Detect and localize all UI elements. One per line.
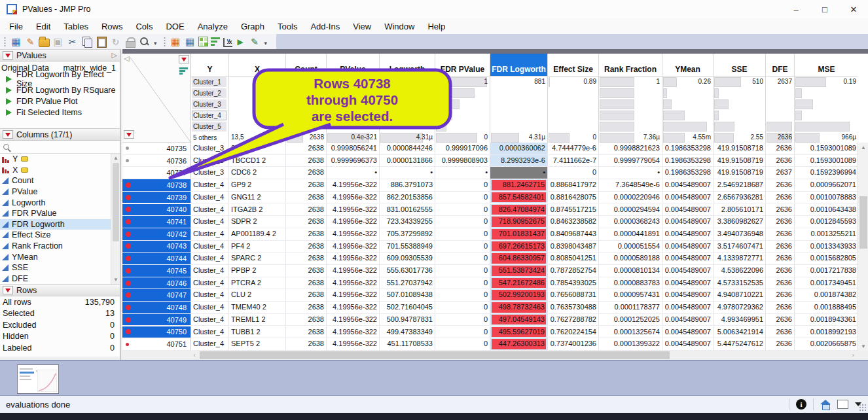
col-histogram-sse[interactable]: 5102.55: [714, 76, 766, 143]
table-row[interactable]: 40750Cluster_4TUBB1 226384.19956e-322499…: [122, 326, 858, 339]
cell-pvalue[interactable]: 4.19956e-322: [327, 302, 380, 313]
search-icon[interactable]: [138, 35, 151, 48]
cell-fdr_pvalue[interactable]: 0: [435, 289, 490, 301]
col-header-rank_fraction[interactable]: Rank Fraction: [599, 54, 662, 76]
script-editor-icon[interactable]: [249, 35, 261, 48]
histogram-bin[interactable]: [795, 88, 858, 99]
cell-count[interactable]: 2638: [286, 314, 327, 326]
histogram-bin[interactable]: [714, 99, 765, 110]
col-header-count[interactable]: Count: [286, 54, 327, 76]
cell-y[interactable]: Cluster_3: [191, 155, 229, 167]
col-header-dfe[interactable]: DFE: [766, 54, 795, 76]
row-number[interactable]: 40738: [122, 179, 191, 191]
col-histogram-logworth[interactable]: 8864.31µ: [380, 76, 435, 143]
cell-logworth[interactable]: 705.37299892: [380, 228, 435, 240]
row-number[interactable]: 40743: [122, 241, 191, 253]
cell-logworth[interactable]: 555.63017736: [380, 265, 435, 277]
menu-cols[interactable]: Cols: [129, 20, 159, 33]
cell-ymean[interactable]: 0.0045489007: [662, 216, 714, 228]
histogram-bin[interactable]: [662, 121, 713, 132]
table-row[interactable]: 40743Cluster_4PF4 226384.19956e-322701.5…: [122, 241, 858, 253]
histogram-bin[interactable]: [599, 121, 662, 132]
cell-fdr_logworth[interactable]: 881.2462715: [490, 179, 548, 191]
cell-sse[interactable]: 5.4475247612: [714, 338, 766, 350]
cell-x[interactable]: SEPT5 2: [229, 338, 286, 350]
scrollbar-thumb[interactable]: [113, 163, 119, 241]
histogram-bin[interactable]: 1: [327, 77, 379, 88]
column-item-ymean[interactable]: YMean: [0, 251, 111, 262]
cell-dfe[interactable]: 2636: [766, 155, 795, 167]
cell-pvalue[interactable]: 4.19956e-322: [327, 253, 380, 264]
row-number[interactable]: 40750: [122, 326, 191, 338]
cell-fdr_logworth[interactable]: 604.86330957: [490, 253, 548, 264]
histogram-bin[interactable]: [795, 99, 858, 110]
cell-rank_fraction[interactable]: 0.9998821623: [599, 143, 662, 154]
menu-window[interactable]: Window: [378, 20, 421, 33]
cell-mse[interactable]: 0.0012845593: [795, 216, 859, 228]
cell-fdr_pvalue[interactable]: •: [435, 167, 490, 179]
cell-sse[interactable]: 5.0063421914: [714, 326, 766, 338]
journal-icon[interactable]: [24, 35, 37, 48]
report-item-fdr-pvalue-plot[interactable]: FDR PValue Plot: [0, 96, 120, 107]
histogram-bin[interactable]: 2.55: [714, 132, 765, 143]
histogram-bin[interactable]: [766, 121, 794, 132]
cell-fdr_pvalue[interactable]: 0: [435, 179, 490, 191]
histogram-bin[interactable]: 510: [714, 77, 765, 88]
cell-logworth[interactable]: 499.47383349: [380, 326, 435, 338]
col-histogram-effect_size[interactable]: 0.890: [548, 76, 599, 143]
report-item-fdr-logworth-by-effect-size[interactable]: FDR Logworth By Effect Size: [0, 73, 120, 84]
cell-count[interactable]: 2638: [286, 241, 327, 253]
cell-ymean[interactable]: 0.1986353298: [662, 155, 714, 167]
cell-x[interactable]: SDPR 2: [229, 216, 286, 228]
row-state-marker-icon[interactable]: [126, 195, 131, 200]
cell-x[interactable]: GNG11 2: [229, 192, 286, 203]
histogram-bin[interactable]: [327, 99, 379, 110]
cell-rank_fraction[interactable]: 0.000051554: [599, 241, 662, 253]
row-state-empty[interactable]: [126, 170, 131, 175]
cell-y[interactable]: Cluster_4: [191, 265, 229, 277]
cell-sse[interactable]: 4.538622096: [714, 265, 766, 277]
scroll-right-icon[interactable]: ›: [848, 351, 858, 360]
cell-dfe[interactable]: 2636: [766, 302, 795, 313]
cell-effect_size[interactable]: 0.7656088731: [548, 289, 599, 301]
histogram-bin[interactable]: 886: [380, 77, 435, 88]
cell-fdr_logworth[interactable]: 551.53873424: [490, 265, 548, 277]
histogram-bin[interactable]: [380, 99, 435, 110]
cell-logworth[interactable]: 831.00162555: [380, 204, 435, 216]
cell-sse[interactable]: 4.9408710221: [714, 289, 766, 301]
histogram-bin[interactable]: [435, 110, 490, 121]
cell-dfe[interactable]: 2636: [766, 241, 795, 253]
cell-ymean[interactable]: 0.0045489007: [662, 265, 714, 277]
cell-logworth[interactable]: 723.34339255: [380, 216, 435, 228]
cell-mse[interactable]: 0.0009662071: [795, 179, 859, 191]
table-row[interactable]: 40735Cluster_3226380.99980562410.0000844…: [122, 143, 858, 155]
row-state-marker-icon[interactable]: [126, 281, 131, 286]
cell-count[interactable]: 2638: [286, 326, 327, 338]
cell-dfe[interactable]: 2636: [766, 338, 795, 350]
histogram-bin[interactable]: [714, 121, 765, 132]
cell-pvalue[interactable]: 4.19956e-322: [327, 289, 380, 301]
column-item-x[interactable]: X: [0, 165, 111, 176]
cell-pvalue[interactable]: 0.9998056241: [327, 143, 380, 154]
histogram-bin[interactable]: [229, 88, 285, 99]
histogram-bin[interactable]: [766, 88, 794, 99]
toolbar-group-handle[interactable]: [164, 37, 166, 47]
histogram-bin[interactable]: [229, 99, 285, 110]
histogram-bin[interactable]: [490, 99, 547, 110]
histogram-bin[interactable]: [548, 121, 598, 132]
histogram-bin[interactable]: [435, 88, 490, 99]
cell-dfe[interactable]: 2636: [766, 326, 795, 338]
cell-y[interactable]: Cluster_4: [191, 289, 229, 301]
cell-sse[interactable]: 2.5469218687: [714, 179, 766, 191]
column-item-fdr-pvalue[interactable]: FDR PValue: [0, 208, 111, 219]
row-state-marker-icon[interactable]: [126, 305, 131, 310]
cell-y[interactable]: Cluster_4: [191, 338, 229, 350]
cell-sse[interactable]: 3.5174607471: [714, 241, 766, 253]
cell-fdr_logworth[interactable]: 0.0000360062: [490, 143, 548, 154]
cell-fdr_pvalue[interactable]: 0: [435, 314, 490, 326]
cell-x[interactable]: SPARC 2: [229, 253, 286, 264]
cell-dfe[interactable]: 2636: [766, 277, 795, 289]
histogram-bin[interactable]: 2636: [766, 132, 794, 143]
table-row[interactable]: 40747Cluster_4CLU 226384.19956e-322507.0…: [122, 289, 858, 302]
row-number[interactable]: 40741: [122, 216, 191, 228]
